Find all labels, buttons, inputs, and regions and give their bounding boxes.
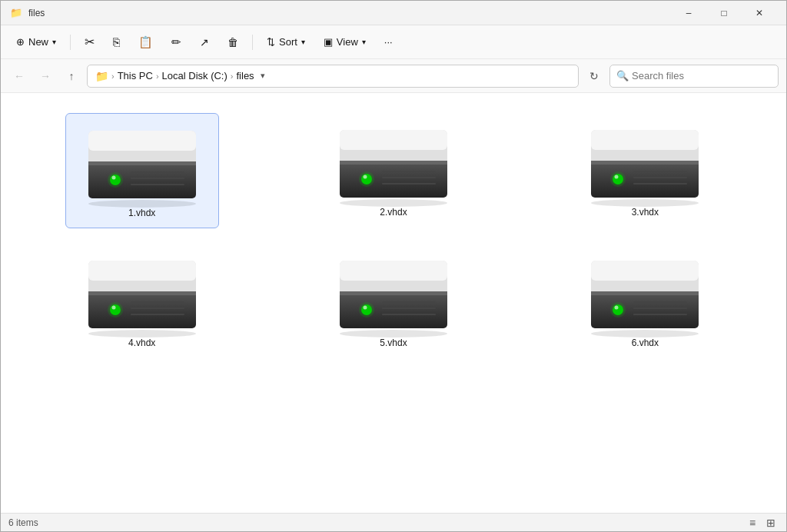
sort-icon: ⇅ — [267, 36, 275, 48]
svg-rect-47 — [340, 291, 447, 328]
cut-icon: ✂ — [85, 35, 95, 49]
svg-point-61 — [613, 304, 623, 315]
status-bar: 6 items ≡ ⊞ — [1, 513, 786, 531]
forward-icon: → — [40, 70, 51, 82]
paste-button[interactable]: 📋 — [131, 30, 161, 55]
copy-icon: ⎘ — [113, 35, 120, 48]
breadcrumb-separator-1: › — [156, 71, 159, 81]
svg-point-6 — [110, 175, 121, 185]
svg-rect-58 — [591, 291, 699, 328]
file-item-2.vhdx[interactable]: 2.vhdx — [317, 113, 470, 228]
svg-rect-48 — [340, 291, 447, 295]
file-label-5.vhdx: 5.vhdx — [380, 337, 407, 348]
more-label: ··· — [384, 36, 393, 48]
svg-rect-21 — [382, 183, 436, 185]
svg-rect-46 — [340, 261, 447, 281]
view-label: View — [337, 36, 358, 48]
svg-rect-14 — [340, 161, 447, 198]
sort-button[interactable]: ⇅ Sort ▾ — [259, 30, 313, 55]
svg-point-17 — [361, 174, 372, 185]
delete-button[interactable]: 🗑 — [220, 30, 246, 55]
svg-rect-8 — [131, 171, 184, 173]
close-button[interactable]: ✕ — [742, 1, 777, 25]
list-view-button[interactable]: ≡ — [745, 515, 760, 530]
rename-button[interactable]: ✏ — [164, 30, 189, 55]
svg-rect-37 — [88, 291, 196, 295]
more-button[interactable]: ··· — [377, 30, 400, 55]
svg-point-28 — [613, 174, 623, 185]
breadcrumb-dropdown-icon[interactable]: ▾ — [261, 71, 265, 81]
breadcrumb-local-disk[interactable]: Local Disk (C:) — [162, 70, 227, 81]
delete-icon: 🗑 — [227, 36, 238, 48]
back-button[interactable]: ← — [8, 65, 30, 87]
breadcrumb-files[interactable]: files — [237, 70, 254, 81]
minimize-button[interactable]: – — [671, 1, 706, 25]
file-item-4.vhdx[interactable]: 4.vhdx — [65, 244, 219, 357]
file-label-4.vhdx: 4.vhdx — [128, 337, 155, 348]
svg-rect-20 — [382, 177, 436, 178]
file-item-6.vhdx[interactable]: 6.vhdx — [568, 244, 722, 357]
view-button[interactable]: ▣ View ▾ — [316, 30, 374, 55]
file-item-3.vhdx[interactable]: 3.vhdx — [568, 113, 722, 228]
refresh-button[interactable]: ↻ — [583, 65, 605, 87]
svg-rect-63 — [633, 301, 687, 303]
status-count: 6 items — [8, 517, 38, 528]
svg-rect-24 — [591, 130, 699, 150]
grid-view-button[interactable]: ⊞ — [763, 515, 779, 530]
svg-rect-36 — [88, 291, 196, 328]
svg-rect-25 — [591, 161, 699, 198]
up-icon: ↑ — [69, 70, 75, 82]
svg-point-40 — [111, 306, 115, 310]
address-breadcrumb[interactable]: 📁 › This PC › Local Disk (C:) › files ▾ — [87, 65, 579, 88]
share-button[interactable]: ↗ — [192, 30, 217, 55]
svg-point-62 — [615, 306, 619, 310]
svg-rect-65 — [633, 314, 687, 315]
new-label: New — [28, 36, 48, 48]
file-label-6.vhdx: 6.vhdx — [632, 337, 659, 348]
address-bar: ← → ↑ 📁 › This PC › Local Disk (C:) › fi… — [1, 59, 786, 93]
back-icon: ← — [14, 70, 25, 82]
svg-point-55 — [591, 330, 699, 337]
window-title: files — [28, 8, 45, 18]
title-bar: 📁 files – □ ✕ — [1, 1, 786, 25]
breadcrumb-separator-0: › — [111, 71, 115, 81]
separator-1 — [70, 35, 71, 50]
maximize-button[interactable]: □ — [706, 1, 742, 25]
svg-rect-19 — [382, 171, 436, 172]
copy-button[interactable]: ⎘ — [105, 30, 128, 55]
file-label-2.vhdx: 2.vhdx — [380, 207, 407, 218]
file-item-5.vhdx[interactable]: 5.vhdx — [317, 244, 470, 357]
svg-point-7 — [111, 176, 115, 180]
status-view-icons: ≡ ⊞ — [745, 515, 779, 530]
vhdx-icon-3.vhdx — [583, 122, 706, 207]
refresh-icon: ↻ — [589, 70, 599, 82]
svg-point-22 — [591, 199, 699, 207]
file-item-1.vhdx[interactable]: 1.vhdx — [65, 113, 219, 228]
file-label-1.vhdx: 1.vhdx — [128, 208, 155, 218]
forward-button[interactable]: → — [35, 65, 56, 87]
file-area: 1.vhdx2.vhdx3.vhdx4.vhdx5.vhdx6.vhdx — [1, 93, 786, 513]
svg-rect-64 — [633, 308, 687, 309]
search-input[interactable] — [609, 65, 779, 88]
svg-point-18 — [363, 175, 367, 179]
svg-rect-53 — [382, 308, 436, 309]
up-button[interactable]: ↑ — [61, 65, 82, 87]
svg-rect-54 — [382, 314, 436, 315]
view-chevron-icon: ▾ — [362, 38, 366, 46]
breadcrumb-this-pc[interactable]: This PC — [118, 70, 153, 81]
cut-button[interactable]: ✂ — [77, 30, 102, 55]
sort-chevron-icon: ▾ — [301, 38, 305, 46]
share-icon: ↗ — [200, 36, 209, 48]
svg-rect-43 — [131, 314, 184, 315]
svg-point-51 — [363, 306, 367, 310]
vhdx-icon-6.vhdx — [583, 253, 706, 337]
svg-rect-3 — [88, 161, 196, 198]
svg-rect-59 — [591, 291, 699, 295]
svg-rect-30 — [633, 171, 687, 172]
vhdx-icon-5.vhdx — [332, 253, 455, 337]
paste-icon: 📋 — [138, 35, 153, 49]
svg-point-50 — [361, 304, 372, 315]
new-button[interactable]: ⊕ New ▾ — [8, 30, 64, 55]
svg-rect-15 — [340, 161, 447, 165]
new-chevron-icon: ▾ — [52, 38, 56, 46]
